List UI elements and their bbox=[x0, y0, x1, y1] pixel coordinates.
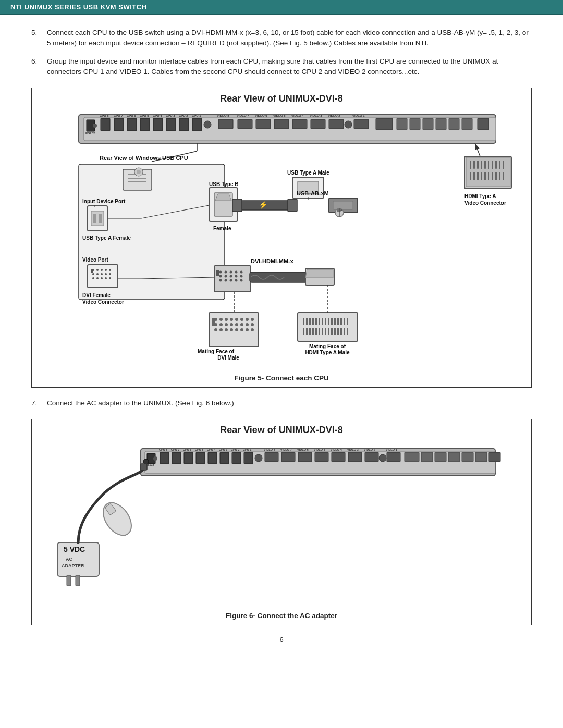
svg-rect-38 bbox=[354, 119, 369, 129]
svg-rect-235 bbox=[220, 452, 229, 464]
svg-rect-46 bbox=[478, 118, 489, 130]
svg-point-36 bbox=[345, 121, 352, 128]
svg-rect-231 bbox=[196, 452, 205, 464]
svg-rect-168 bbox=[347, 318, 348, 325]
svg-point-114 bbox=[240, 275, 243, 278]
step7-list: 7. Connect the AC adapter to the UNIMUX.… bbox=[31, 398, 532, 409]
svg-point-142 bbox=[214, 328, 217, 331]
svg-rect-229 bbox=[184, 452, 193, 464]
svg-point-137 bbox=[230, 323, 233, 326]
svg-text:CPU 1: CPU 1 bbox=[243, 448, 251, 451]
svg-point-107 bbox=[230, 271, 232, 274]
svg-point-138 bbox=[235, 323, 238, 326]
svg-rect-81 bbox=[91, 269, 93, 273]
svg-rect-174 bbox=[319, 328, 320, 335]
svg-point-76 bbox=[92, 277, 94, 279]
svg-text:CPU 2: CPU 2 bbox=[231, 448, 239, 451]
svg-text:HDMI Type A Male: HDMI Type A Male bbox=[305, 350, 350, 355]
svg-point-147 bbox=[240, 328, 243, 331]
svg-rect-244 bbox=[282, 452, 295, 462]
svg-text:VIDEO 3: VIDEO 3 bbox=[310, 114, 322, 117]
svg-point-149 bbox=[251, 328, 254, 331]
svg-text:CPU 3: CPU 3 bbox=[166, 114, 175, 117]
svg-rect-8 bbox=[114, 118, 124, 131]
svg-rect-262 bbox=[462, 452, 473, 462]
svg-rect-31 bbox=[292, 119, 307, 129]
svg-point-21 bbox=[204, 121, 211, 128]
svg-point-136 bbox=[225, 323, 228, 326]
svg-point-111 bbox=[225, 275, 227, 278]
svg-point-146 bbox=[235, 328, 238, 331]
svg-point-110 bbox=[219, 275, 222, 278]
svg-text:CPU 8: CPU 8 bbox=[159, 448, 167, 451]
svg-rect-201 bbox=[481, 172, 482, 180]
page-number: 6 bbox=[31, 636, 532, 649]
svg-text:AC: AC bbox=[66, 557, 72, 562]
svg-rect-155 bbox=[306, 318, 308, 325]
svg-point-118 bbox=[235, 279, 238, 282]
svg-text:VIDEO 4: VIDEO 4 bbox=[291, 114, 304, 117]
svg-rect-203 bbox=[488, 172, 489, 180]
svg-rect-172 bbox=[312, 328, 314, 335]
svg-rect-29 bbox=[274, 119, 289, 129]
svg-point-140 bbox=[246, 323, 249, 326]
svg-text:Video Connector: Video Connector bbox=[464, 200, 506, 206]
svg-point-3 bbox=[93, 124, 97, 128]
svg-point-108 bbox=[235, 271, 238, 274]
figure5-box: Rear View of UNIMUX-DVI-8 RS232 CPU 8 CP… bbox=[31, 88, 532, 388]
svg-point-116 bbox=[225, 279, 227, 282]
svg-point-72 bbox=[96, 273, 99, 275]
svg-point-145 bbox=[230, 328, 233, 331]
page-header: NTI UNIMUX SERIES USB KVM SWITCH bbox=[0, 0, 563, 15]
svg-point-127 bbox=[219, 318, 223, 321]
svg-rect-158 bbox=[315, 318, 317, 325]
svg-point-131 bbox=[240, 318, 243, 321]
svg-rect-250 bbox=[332, 452, 345, 462]
svg-text:CPU 8: CPU 8 bbox=[100, 114, 109, 117]
svg-point-68 bbox=[101, 269, 103, 271]
step-5: 5. Connect each CPU to the USB switch us… bbox=[31, 28, 532, 49]
svg-rect-225 bbox=[160, 452, 169, 464]
svg-rect-195 bbox=[495, 161, 497, 169]
svg-rect-199 bbox=[473, 172, 475, 180]
svg-rect-42 bbox=[423, 118, 433, 130]
svg-point-129 bbox=[230, 318, 233, 321]
svg-point-80 bbox=[109, 277, 111, 279]
svg-text:VIDEO 2: VIDEO 2 bbox=[328, 114, 340, 117]
svg-text:VIDEO 7: VIDEO 7 bbox=[237, 114, 249, 117]
svg-rect-176 bbox=[325, 328, 326, 335]
figure6-diagram: RS232 CPU 8 CPU 7 CPU 6 CPU 5 CPU 4 CPU … bbox=[47, 441, 516, 608]
svg-point-222 bbox=[153, 456, 157, 461]
svg-point-56 bbox=[137, 170, 141, 174]
svg-rect-25 bbox=[238, 119, 252, 129]
svg-rect-196 bbox=[499, 161, 500, 169]
svg-point-71 bbox=[92, 273, 94, 275]
svg-rect-39 bbox=[376, 118, 393, 130]
svg-text:VIDEO 7: VIDEO 7 bbox=[280, 448, 292, 451]
svg-rect-12 bbox=[140, 118, 150, 131]
svg-rect-182 bbox=[344, 328, 345, 335]
svg-text:DVI-HDMI-MM-x: DVI-HDMI-MM-x bbox=[251, 258, 294, 264]
svg-rect-27 bbox=[256, 119, 271, 129]
svg-line-210 bbox=[475, 143, 480, 156]
svg-point-128 bbox=[225, 318, 228, 321]
svg-rect-193 bbox=[488, 161, 489, 169]
svg-text:HDMI Type A: HDMI Type A bbox=[464, 193, 496, 199]
svg-rect-16 bbox=[166, 118, 176, 131]
svg-rect-180 bbox=[337, 328, 339, 335]
figure6-title: Rear View of UNIMUX-DVI-8 bbox=[37, 425, 526, 436]
svg-point-132 bbox=[246, 318, 249, 321]
step-7: 7. Connect the AC adapter to the UNIMUX.… bbox=[31, 398, 532, 409]
svg-rect-164 bbox=[334, 318, 336, 325]
svg-point-115 bbox=[219, 279, 222, 282]
figure5-caption: Figure 5- Connect each CPU bbox=[37, 374, 526, 382]
header-title: NTI UNIMUX SERIES USB KVM SWITCH bbox=[10, 3, 147, 11]
svg-rect-162 bbox=[328, 318, 329, 325]
svg-text:Mating Face of: Mating Face of bbox=[198, 349, 235, 354]
svg-rect-254 bbox=[365, 452, 378, 462]
svg-text:Female: Female bbox=[213, 226, 231, 231]
svg-rect-169 bbox=[303, 328, 304, 335]
svg-rect-40 bbox=[397, 118, 407, 130]
svg-rect-179 bbox=[334, 328, 336, 335]
svg-rect-183 bbox=[347, 328, 348, 335]
